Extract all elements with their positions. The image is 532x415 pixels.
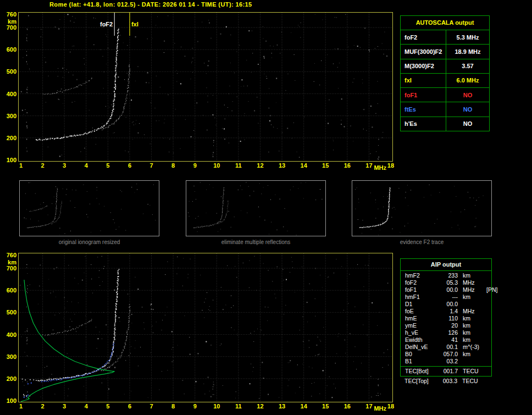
y-tick-label: 500 [1,68,16,75]
aip-param-name: foF2 [405,279,437,286]
autoscala-param-value: NO [446,102,489,116]
autoscala-param-value: 18.9 MHz [446,45,489,58]
aip-param-value: 110 [437,315,458,322]
autoscala-row: M(3000)F23.57 [401,59,489,74]
aip-param-name: h_vE [405,329,437,336]
ionogram-top-canvas [19,13,392,161]
aip-param-extra [484,329,491,336]
autoscala-row: fxI6.0 MHz [401,74,489,88]
fxi-annotation-label: fxI [131,21,138,27]
y-tick-label: 700 [1,265,16,272]
x-tick-label: 17 [365,162,372,169]
ionogram-top-plot: foF2 fxI [18,12,393,162]
x-axis-unit-label: MHz [374,164,386,171]
x-tick-label: 5 [106,403,109,410]
autoscala-param-label: M(3000)F2 [401,59,446,73]
aip-output: AIP output hmF2233kmfoF205.3MHzfoF100.0M… [400,258,492,385]
aip-param-unit: km [458,329,484,336]
x-tick-label: 2 [41,162,45,169]
x-tick-label: 14 [301,162,307,169]
thumbnail-original-canvas [20,181,159,236]
ionogram-bottom-canvas [19,253,392,402]
autoscala-row: foF25.3 MHz [401,30,489,45]
thumbnail-caption-f2-trace: evidence F2 trace [352,239,492,245]
aip-row: DelN_vE00.1m^(-3) [401,344,491,351]
aip-param-value: 00.1 [437,344,458,351]
x-tick-label: 18 [387,403,394,410]
x-tick-label: 8 [171,162,175,169]
autoscala-screen: { "title": "Rome (lat: +41.8, lon: 012.5… [0,0,532,415]
aip-param-extra: [PN] [484,286,497,294]
aip-row: TEC[Bot]001.7TECU [401,366,491,375]
y-axis-unit-label: km [1,259,16,265]
aip-param-unit: MHz [458,279,484,286]
x-tick-label: 18 [387,162,394,169]
aip-param-value: --- [437,294,458,301]
y-tick-label: 100 [1,157,16,163]
autoscala-param-label: MUF(3000)F2 [401,45,446,58]
aip-param-value: 233 [437,272,458,279]
aip-row: foF205.3MHz [401,279,491,286]
aip-row: hmF2233km [401,272,491,279]
autoscala-param-value: NO [446,88,489,102]
y-tick-label: 100 [1,397,16,404]
aip-param-extra [484,301,491,308]
y-tick-label: 700 [1,24,16,31]
autoscala-table-title: AUTOSCALA output [401,16,489,30]
x-tick-label: 7 [149,162,153,169]
aip-param-unit: MHz [458,308,484,315]
aip-param-value: 05.3 [437,279,458,286]
thumbnail-caption-original: original ionogram resized [19,239,159,245]
thumbnail-f2-trace [352,180,492,236]
aip-param-name: DelN_vE [405,344,437,351]
autoscala-param-label: ftEs [401,102,446,116]
aip-row: Ewidth41km [401,336,491,344]
aip-param-unit: km [458,322,484,329]
autoscala-param-value: 3.57 [446,59,489,73]
aip-output-table: AIP output hmF2233kmfoF205.3MHzfoF100.0M… [400,258,492,377]
x-tick-label: 9 [193,162,197,169]
aip-param-name: hmF2 [405,272,437,279]
y-tick-label: 760 [1,11,16,18]
aip-param-value: 057.0 [437,351,458,358]
aip-param-unit [458,358,484,365]
aip-param-value: 00.0 [437,301,458,308]
aip-row: foE1.4MHz [401,308,491,315]
x-tick-label: 13 [279,403,285,410]
aip-row: ymE20km [401,322,491,329]
aip-param-name: foE [405,308,437,315]
y-tick-label: 500 [1,309,16,316]
aip-param-value: 03.2 [437,358,458,365]
aip-tec-top-row-container: TEC[Top]003.3TECU [400,378,492,385]
autoscala-param-label: fxI [401,74,446,87]
aip-param-extra [484,358,491,365]
ionogram-bottom-plot [18,253,393,402]
aip-param-name: TEC[Bot] [405,368,437,375]
x-tick-label: 15 [322,403,329,410]
y-tick-label: 400 [1,331,16,338]
x-tick-label: 11 [235,403,242,410]
x-tick-label: 1 [19,162,23,169]
y-tick-label: 300 [1,353,16,360]
aip-param-unit: km [458,315,484,322]
aip-param-value: 126 [437,329,458,336]
aip-param-extra [484,294,491,301]
x-tick-label: 12 [257,162,263,169]
aip-row: hmE110km [401,315,491,322]
x-tick-label: 1 [19,403,23,410]
autoscala-param-label: foF1 [401,88,446,102]
aip-param-name: B0 [405,351,437,358]
thumbnail-no-multiple-reflections [186,180,326,236]
autoscala-param-value: 5.3 MHz [446,30,489,44]
aip-table-body: hmF2233kmfoF205.3MHzfoF100.0MHz[PN]hmF1-… [401,272,491,375]
aip-row: D100.0 [401,301,491,308]
x-axis-unit-label: MHz [374,405,386,412]
aip-param-extra [484,315,491,322]
aip-param-name: hmE [405,315,437,322]
autoscala-table-body: foF25.3 MHzMUF(3000)F218.9 MHzM(3000)F23… [401,30,489,131]
aip-param-name: D1 [405,301,437,308]
autoscala-row: h'EsNO [401,117,489,131]
aip-param-unit: TECU [458,368,484,375]
y-axis-unit-label: km [1,18,16,25]
thumbnail-no-reflections-canvas [186,181,325,236]
